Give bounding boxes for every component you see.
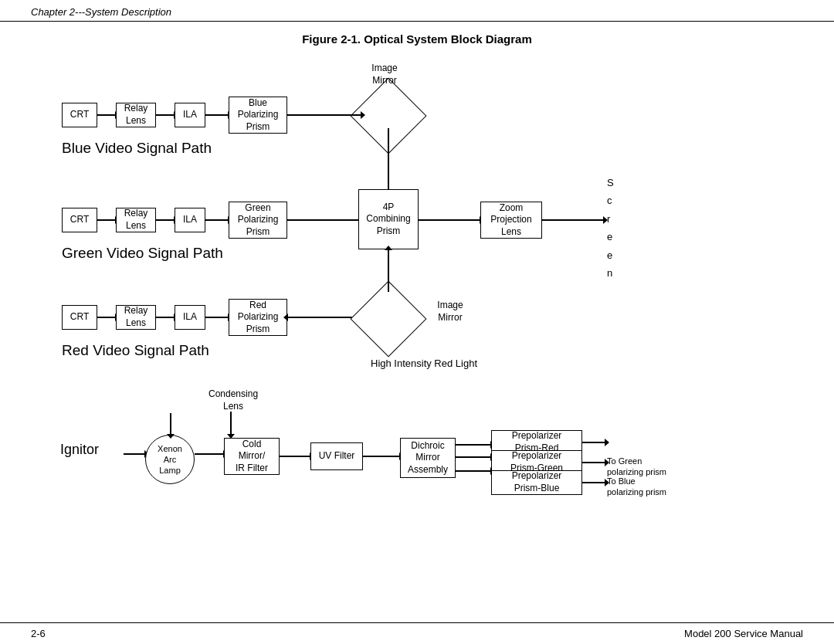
arrow-prep-green-out	[582, 462, 605, 463]
ila-blue-label: ILA	[183, 109, 197, 121]
relay-lens-red-box: RelayLens	[116, 305, 156, 330]
red-path-label: Red Video Signal Path	[62, 342, 209, 359]
arrow-relay-ila-blue	[156, 114, 175, 116]
dichroic-mirror-box: DichroicMirrorAssembly	[400, 438, 456, 478]
prepolarizer-blue-box: PrepolarizerPrism-Blue	[491, 470, 582, 495]
screen-side-label: Screen	[607, 174, 614, 282]
green-path-label: Green Video Signal Path	[62, 245, 223, 262]
zoom-projection-lens-box: ZoomProjectionLens	[480, 202, 542, 239]
dichroic-mirror-label: DichroicMirrorAssembly	[408, 440, 448, 476]
blue-polarizing-prism-box: BluePolarizingPrism	[229, 97, 287, 134]
chapter-label: Chapter 2---System Description	[31, 6, 171, 18]
crt-blue-label: CRT	[70, 109, 89, 121]
arrow-ila-blueprism	[205, 114, 229, 116]
to-green-label: To Greenpolarizing prism	[607, 456, 666, 478]
arrow-crt-relay-blue	[97, 114, 116, 116]
relay-lens-green-box: RelayLens	[116, 208, 156, 232]
crt-red-label: CRT	[70, 311, 89, 324]
cold-mirror-box: ColdMirror/IR Filter	[224, 438, 280, 475]
arrow-cold-uv	[280, 456, 310, 457]
arrow-ila-greenprism	[205, 219, 229, 221]
arrow-blue-imagemirror	[287, 114, 361, 116]
combining-prism-box: 4PCombiningPrism	[358, 189, 419, 249]
green-polarizing-prism-box: GreenPolarizingPrism	[229, 202, 287, 239]
ila-red-box: ILA	[175, 305, 205, 330]
arrow-combine-imagemirror-bottom	[388, 249, 389, 292]
xenon-arc-lamp-label: XenonArcLamp	[158, 443, 182, 476]
arrow-dichroic-prep-blue	[456, 470, 491, 472]
blue-path-label: Blue Video Signal Path	[62, 140, 212, 157]
content: Figure 2-1. Optical System Block Diagram…	[0, 22, 834, 620]
crt-red-box: CRT	[62, 305, 97, 330]
ila-green-label: ILA	[183, 214, 197, 226]
arrow-uv-dichroic	[363, 456, 400, 457]
page-number: 2-6	[31, 628, 46, 639]
crt-green-box: CRT	[62, 208, 97, 232]
arrow-combine-zoom	[419, 219, 480, 221]
figure-title: Figure 2-1. Optical System Block Diagram	[31, 32, 803, 46]
green-polarizing-prism-label: GreenPolarizingPrism	[238, 202, 279, 239]
xenon-arc-lamp-circle: XenonArcLamp	[145, 435, 195, 484]
crt-green-label: CRT	[70, 214, 89, 226]
relay-lens-green-label: RelayLens	[124, 208, 148, 232]
manual-name: Model 200 Service Manual	[684, 628, 803, 639]
arrow-imagemirror-combine	[388, 128, 389, 190]
red-polarizing-prism-box: RedPolarizingPrism	[229, 299, 287, 336]
condensing-lens-label: CondensingLens	[208, 388, 258, 412]
arrow-crt-relay-green	[97, 219, 116, 221]
zoom-projection-lens-label: ZoomProjectionLens	[490, 202, 531, 239]
ila-blue-box: ILA	[175, 103, 205, 127]
arrow-zoom-screen	[542, 219, 604, 221]
arrow-crt-relay-red	[97, 317, 116, 318]
arrow-condensing-xenon	[170, 413, 171, 435]
high-intensity-label: High Intensity Red Light	[371, 358, 477, 371]
image-mirror-bottom-diamond	[351, 281, 427, 358]
crt-blue-box: CRT	[62, 103, 97, 127]
ignitor-label: Ignitor	[60, 441, 99, 459]
ila-green-box: ILA	[175, 208, 205, 232]
relay-lens-blue-box: RelayLens	[116, 103, 156, 127]
blue-polarizing-prism-label: BluePolarizingPrism	[238, 97, 279, 134]
uv-filter-box: UV Filter	[310, 442, 363, 470]
relay-lens-red-label: RelayLens	[124, 305, 148, 329]
combining-prism-label: 4PCombiningPrism	[366, 202, 410, 238]
arrow-up-combine	[388, 249, 389, 251]
page: Chapter 2---System Description Figure 2-…	[0, 0, 834, 644]
image-mirror-top-label: ImageMirror	[354, 63, 415, 86]
arrow-xenon-cold	[195, 453, 224, 455]
diagram-area: CRT RelayLens ILA BluePolarizingPrism	[39, 56, 795, 597]
arrow-ila-redprism	[205, 317, 229, 318]
to-blue-label: To Bluepolarizing prism	[607, 476, 666, 498]
prepolarizer-blue-label: PrepolarizerPrism-Blue	[512, 470, 562, 494]
arrow-condensing-down	[230, 412, 232, 435]
arrow-dichroic-prep-green	[456, 456, 491, 458]
arrow-ignitor-xenon	[124, 453, 145, 455]
header: Chapter 2---System Description	[0, 0, 834, 22]
ila-red-label: ILA	[183, 311, 197, 324]
relay-lens-blue-label: RelayLens	[124, 103, 148, 127]
arrow-relay-ila-red	[156, 317, 175, 318]
arrow-dichroic-prep-red	[456, 444, 491, 446]
uv-filter-label: UV Filter	[319, 450, 355, 463]
cold-mirror-label: ColdMirror/IR Filter	[236, 439, 268, 475]
arrow-prep-red-out	[582, 442, 605, 443]
red-polarizing-prism-label: RedPolarizingPrism	[238, 300, 279, 336]
footer: 2-6 Model 200 Service Manual	[0, 622, 834, 644]
image-mirror-bottom-label: ImageMirror	[423, 300, 477, 324]
arrow-prep-blue-out	[582, 482, 605, 483]
arrow-relay-ila-green	[156, 219, 175, 221]
